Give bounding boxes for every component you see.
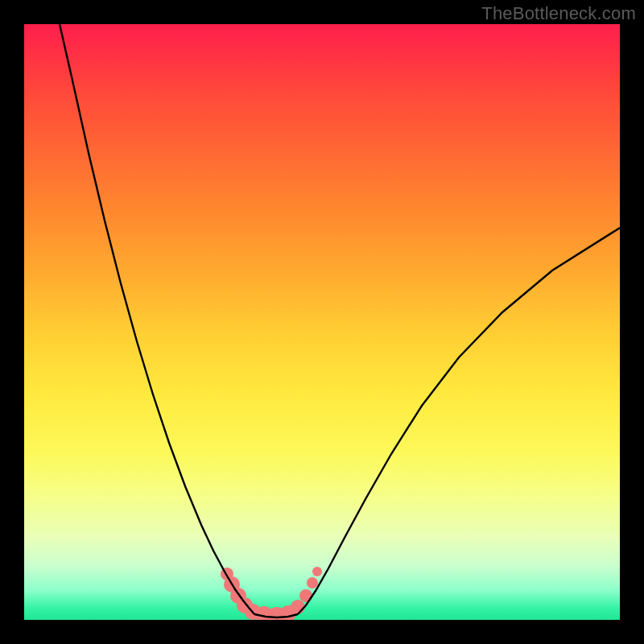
highlight-dot [307,577,318,588]
curve-left [60,24,254,614]
highlight-dot [291,600,305,614]
chart-frame: TheBottleneck.com [0,0,644,644]
plot-area [24,24,620,620]
marker-layer [221,567,322,620]
highlight-dot [312,567,322,576]
curve-right [298,228,620,614]
watermark-text: TheBottleneck.com [481,3,636,24]
chart-svg [24,24,620,620]
